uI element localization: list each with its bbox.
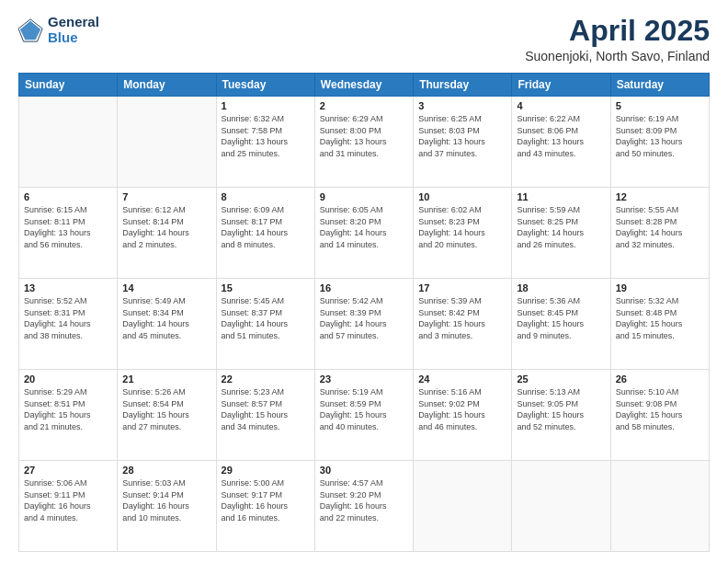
day-number: 7 (122, 191, 210, 202)
weekday-header-wednesday: Wednesday (314, 74, 413, 97)
day-number: 29 (222, 465, 310, 476)
day-number: 4 (517, 100, 605, 111)
day-number: 9 (320, 191, 408, 202)
calendar-cell: 12Sunrise: 5:55 AM Sunset: 8:28 PM Dayli… (610, 188, 709, 279)
calendar-cell: 2Sunrise: 6:29 AM Sunset: 8:00 PM Daylig… (314, 97, 413, 188)
calendar-cell: 6Sunrise: 6:15 AM Sunset: 8:11 PM Daylig… (19, 188, 118, 279)
day-info: Sunrise: 5:39 AM Sunset: 8:42 PM Dayligh… (418, 295, 506, 341)
calendar-cell: 9Sunrise: 6:05 AM Sunset: 8:20 PM Daylig… (314, 188, 413, 279)
day-number: 20 (24, 373, 112, 385)
calendar-cell: 13Sunrise: 5:52 AM Sunset: 8:31 PM Dayli… (19, 279, 118, 370)
calendar-cell: 27Sunrise: 5:06 AM Sunset: 9:11 PM Dayli… (19, 461, 118, 552)
day-number: 22 (222, 373, 310, 385)
calendar-cell: 23Sunrise: 5:19 AM Sunset: 8:59 PM Dayli… (314, 370, 413, 461)
calendar-cell (19, 97, 118, 188)
day-info: Sunrise: 5:59 AM Sunset: 8:25 PM Dayligh… (517, 204, 605, 250)
calendar-cell: 18Sunrise: 5:36 AM Sunset: 8:45 PM Dayli… (512, 279, 610, 370)
calendar-cell: 14Sunrise: 5:49 AM Sunset: 8:34 PM Dayli… (118, 279, 216, 370)
calendar-cell: 21Sunrise: 5:26 AM Sunset: 8:54 PM Dayli… (118, 370, 216, 461)
calendar-cell: 24Sunrise: 5:16 AM Sunset: 9:02 PM Dayli… (414, 370, 512, 461)
logo-icon (18, 17, 44, 43)
title-block: April 2025 Suonenjoki, North Savo, Finla… (525, 15, 710, 63)
weekday-header-friday: Friday (512, 74, 610, 97)
calendar-cell: 16Sunrise: 5:42 AM Sunset: 8:39 PM Dayli… (314, 279, 413, 370)
weekday-header-saturday: Saturday (610, 74, 709, 97)
day-info: Sunrise: 5:55 AM Sunset: 8:28 PM Dayligh… (616, 204, 704, 250)
calendar-cell: 15Sunrise: 5:45 AM Sunset: 8:37 PM Dayli… (216, 279, 314, 370)
calendar-cell (118, 97, 216, 188)
day-info: Sunrise: 6:19 AM Sunset: 8:09 PM Dayligh… (616, 113, 704, 159)
day-number: 16 (320, 282, 408, 293)
calendar-cell: 17Sunrise: 5:39 AM Sunset: 8:42 PM Dayli… (414, 279, 512, 370)
calendar-cell (610, 461, 709, 552)
day-number: 3 (418, 100, 506, 111)
day-number: 14 (122, 282, 210, 293)
calendar-table: SundayMondayTuesdayWednesdayThursdayFrid… (18, 73, 710, 552)
day-info: Sunrise: 5:32 AM Sunset: 8:48 PM Dayligh… (616, 295, 704, 341)
day-info: Sunrise: 5:03 AM Sunset: 9:14 PM Dayligh… (122, 477, 210, 523)
day-info: Sunrise: 6:15 AM Sunset: 8:11 PM Dayligh… (24, 204, 112, 250)
day-info: Sunrise: 5:49 AM Sunset: 8:34 PM Dayligh… (122, 295, 210, 341)
calendar-cell: 10Sunrise: 6:02 AM Sunset: 8:23 PM Dayli… (414, 188, 512, 279)
day-info: Sunrise: 5:10 AM Sunset: 9:08 PM Dayligh… (616, 386, 704, 432)
day-number: 28 (122, 465, 210, 476)
day-number: 10 (418, 191, 506, 202)
day-number: 6 (24, 191, 112, 202)
calendar-cell: 7Sunrise: 6:12 AM Sunset: 8:14 PM Daylig… (118, 188, 216, 279)
day-number: 2 (320, 100, 408, 111)
day-info: Sunrise: 5:00 AM Sunset: 9:17 PM Dayligh… (222, 477, 310, 523)
logo: General Blue (18, 15, 99, 45)
calendar-cell: 8Sunrise: 6:09 AM Sunset: 8:17 PM Daylig… (216, 188, 314, 279)
calendar-cell: 3Sunrise: 6:25 AM Sunset: 8:03 PM Daylig… (414, 97, 512, 188)
day-info: Sunrise: 5:29 AM Sunset: 8:51 PM Dayligh… (24, 386, 112, 432)
logo-general-text: General (48, 15, 99, 30)
day-number: 15 (222, 282, 310, 293)
day-number: 30 (320, 465, 408, 476)
calendar-cell: 20Sunrise: 5:29 AM Sunset: 8:51 PM Dayli… (19, 370, 118, 461)
day-info: Sunrise: 6:05 AM Sunset: 8:20 PM Dayligh… (320, 204, 408, 250)
day-info: Sunrise: 5:36 AM Sunset: 8:45 PM Dayligh… (517, 295, 605, 341)
day-info: Sunrise: 6:32 AM Sunset: 7:58 PM Dayligh… (222, 113, 310, 159)
month-title: April 2025 (525, 15, 710, 47)
day-info: Sunrise: 6:29 AM Sunset: 8:00 PM Dayligh… (320, 113, 408, 159)
day-number: 12 (616, 191, 704, 202)
day-number: 27 (24, 465, 112, 476)
day-info: Sunrise: 5:45 AM Sunset: 8:37 PM Dayligh… (222, 295, 310, 341)
day-info: Sunrise: 6:25 AM Sunset: 8:03 PM Dayligh… (418, 113, 506, 159)
week-row-3: 13Sunrise: 5:52 AM Sunset: 8:31 PM Dayli… (19, 279, 710, 370)
day-number: 21 (122, 373, 210, 385)
day-info: Sunrise: 5:52 AM Sunset: 8:31 PM Dayligh… (24, 295, 112, 341)
calendar-cell: 22Sunrise: 5:23 AM Sunset: 8:57 PM Dayli… (216, 370, 314, 461)
day-info: Sunrise: 5:06 AM Sunset: 9:11 PM Dayligh… (24, 477, 112, 523)
day-number: 5 (616, 100, 704, 111)
calendar-cell: 19Sunrise: 5:32 AM Sunset: 8:48 PM Dayli… (610, 279, 709, 370)
logo-blue-text: Blue (48, 30, 99, 46)
day-number: 8 (222, 191, 310, 202)
calendar-cell (512, 461, 610, 552)
week-row-2: 6Sunrise: 6:15 AM Sunset: 8:11 PM Daylig… (19, 188, 710, 279)
day-info: Sunrise: 5:16 AM Sunset: 9:02 PM Dayligh… (418, 386, 506, 432)
calendar-cell: 30Sunrise: 4:57 AM Sunset: 9:20 PM Dayli… (314, 461, 413, 552)
day-number: 18 (517, 282, 605, 293)
day-number: 11 (517, 191, 605, 202)
day-info: Sunrise: 5:42 AM Sunset: 8:39 PM Dayligh… (320, 295, 408, 341)
calendar-cell: 26Sunrise: 5:10 AM Sunset: 9:08 PM Dayli… (610, 370, 709, 461)
day-number: 19 (616, 282, 704, 293)
calendar-cell: 4Sunrise: 6:22 AM Sunset: 8:06 PM Daylig… (512, 97, 610, 188)
calendar-cell: 11Sunrise: 5:59 AM Sunset: 8:25 PM Dayli… (512, 188, 610, 279)
page: General Blue April 2025 Suonenjoki, Nort… (0, 0, 728, 563)
day-info: Sunrise: 6:12 AM Sunset: 8:14 PM Dayligh… (122, 204, 210, 250)
weekday-header-monday: Monday (118, 74, 216, 97)
day-info: Sunrise: 6:02 AM Sunset: 8:23 PM Dayligh… (418, 204, 506, 250)
calendar-cell: 1Sunrise: 6:32 AM Sunset: 7:58 PM Daylig… (216, 97, 314, 188)
svg-marker-0 (20, 20, 40, 40)
header: General Blue April 2025 Suonenjoki, Nort… (18, 15, 710, 63)
day-info: Sunrise: 6:22 AM Sunset: 8:06 PM Dayligh… (517, 113, 605, 159)
weekday-header-row: SundayMondayTuesdayWednesdayThursdayFrid… (19, 74, 710, 97)
day-info: Sunrise: 5:26 AM Sunset: 8:54 PM Dayligh… (122, 386, 210, 432)
weekday-header-sunday: Sunday (19, 74, 118, 97)
calendar-cell: 28Sunrise: 5:03 AM Sunset: 9:14 PM Dayli… (118, 461, 216, 552)
day-number: 17 (418, 282, 506, 293)
day-number: 26 (616, 373, 704, 385)
calendar-cell: 25Sunrise: 5:13 AM Sunset: 9:05 PM Dayli… (512, 370, 610, 461)
